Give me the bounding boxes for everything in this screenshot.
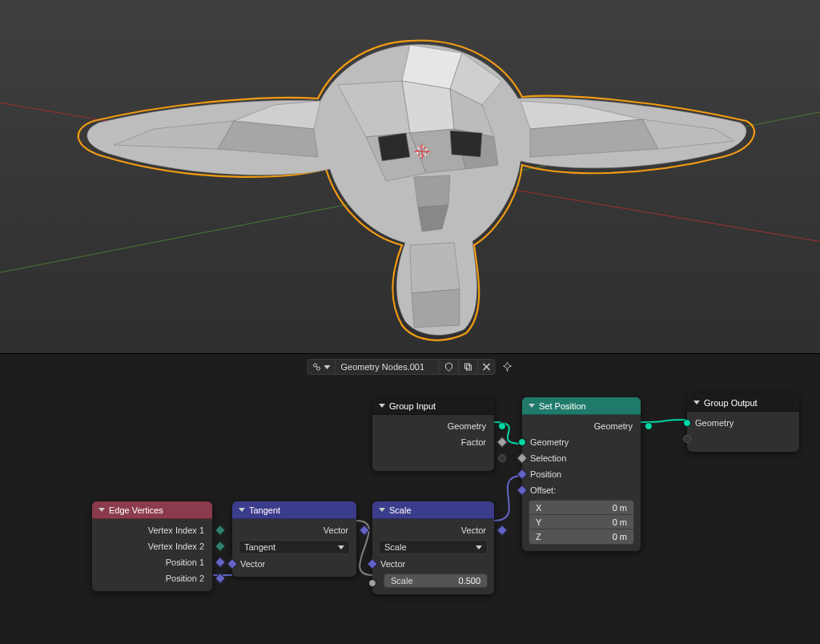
node-header[interactable]: Scale	[372, 501, 494, 519]
socket-out-float[interactable]	[496, 437, 508, 448]
socket-out-int[interactable]	[215, 525, 226, 536]
node-title: Group Input	[389, 401, 436, 411]
output-vertex-index-2[interactable]: Vertex Index 2	[92, 538, 212, 554]
node-title: Tangent	[249, 505, 280, 515]
node-set-position[interactable]: Set Position Geometry Geometry Selection…	[522, 397, 641, 551]
socket-in-vector[interactable]	[517, 485, 528, 496]
unlink-button[interactable]	[478, 359, 496, 375]
socket-out-vector[interactable]	[496, 525, 508, 536]
offset-x-field[interactable]: X0 m	[529, 501, 633, 515]
socket-out-virtual[interactable]	[498, 454, 506, 462]
socket-in-selection[interactable]	[517, 453, 528, 464]
output-geometry[interactable]: Geometry	[522, 418, 641, 434]
output-vertex-index-1[interactable]: Vertex Index 1	[92, 522, 212, 538]
pin-button[interactable]	[502, 361, 513, 372]
node-tree-header: Geometry Nodes.001	[308, 359, 513, 375]
chevron-down-icon	[529, 404, 535, 408]
socket-in-vector[interactable]	[517, 469, 528, 480]
scale-value-field[interactable]: Scale 0.500	[384, 574, 488, 588]
output-geometry[interactable]: Geometry	[372, 418, 494, 434]
chevron-down-icon	[693, 400, 700, 405]
close-icon	[483, 363, 491, 371]
viewport-axes	[0, 0, 820, 354]
node-header[interactable]: Set Position	[522, 397, 641, 415]
node-tree-browse-button[interactable]	[308, 359, 336, 375]
node-header[interactable]: Tangent	[232, 501, 356, 519]
socket-out-vector[interactable]	[215, 573, 226, 584]
node-group-input[interactable]: Group Input Geometry Factor	[372, 397, 494, 471]
node-edge-vertices[interactable]: Edge Vertices Vertex Index 1 Vertex Inde…	[92, 501, 212, 591]
chevron-down-icon	[476, 545, 482, 549]
node-header[interactable]: Group Output	[687, 394, 799, 412]
socket-in-geometry[interactable]	[518, 438, 526, 446]
offset-vector-fields[interactable]: X0 m Y0 m Z0 m	[529, 500, 634, 545]
input-scale[interactable]: Scale 0.500	[372, 572, 494, 590]
socket-out-vector[interactable]	[215, 557, 226, 568]
node-tangent[interactable]: Tangent Vector Tangent Vector	[232, 501, 356, 577]
output-virtual[interactable]	[372, 450, 494, 466]
input-selection[interactable]: Selection	[522, 450, 641, 466]
offset-z-field[interactable]: Z0 m	[529, 529, 633, 544]
node-title: Edge Vertices	[109, 505, 163, 515]
node-group-output[interactable]: Group Output Geometry	[687, 394, 799, 452]
socket-in-vector[interactable]	[367, 558, 378, 570]
geometry-node-editor[interactable]: Geometry Nodes.001 Edge Vertices Vertex …	[0, 354, 820, 644]
chevron-down-icon	[98, 508, 105, 512]
output-vector[interactable]: Vector	[232, 522, 356, 538]
copy-icon	[464, 362, 473, 372]
shield-icon	[444, 362, 454, 372]
output-factor[interactable]: Factor	[372, 434, 494, 450]
node-header[interactable]: Edge Vertices	[92, 501, 212, 519]
node-scale[interactable]: Scale Vector Scale Vector Scale 0.500	[372, 501, 494, 594]
chevron-down-icon	[239, 508, 245, 512]
input-geometry[interactable]: Geometry	[687, 415, 799, 431]
tangent-mode-dropdown[interactable]: Tangent	[239, 540, 350, 554]
node-title: Group Output	[704, 398, 758, 408]
node-title: Scale	[389, 505, 412, 515]
socket-in-float[interactable]	[368, 579, 376, 587]
socket-in-geometry[interactable]	[683, 419, 691, 427]
3d-viewport[interactable]	[0, 0, 820, 354]
chevron-down-icon	[338, 545, 344, 549]
socket-out-vector[interactable]	[359, 525, 370, 536]
node-header[interactable]: Group Input	[372, 397, 494, 415]
svg-point-26	[314, 364, 317, 367]
input-vector[interactable]: Vector	[232, 556, 356, 572]
input-vector[interactable]: Vector	[372, 556, 494, 572]
input-geometry[interactable]: Geometry	[522, 434, 641, 450]
socket-out-int[interactable]	[215, 541, 226, 552]
socket-out-geometry[interactable]	[645, 422, 653, 430]
scale-mode-dropdown[interactable]: Scale	[379, 540, 488, 554]
duplicate-button[interactable]	[459, 359, 478, 375]
svg-rect-30	[467, 365, 472, 370]
chevron-down-icon	[379, 508, 385, 512]
node-tree-name-field[interactable]: Geometry Nodes.001	[336, 359, 440, 375]
socket-in-vector[interactable]	[227, 558, 238, 570]
input-virtual[interactable]	[687, 431, 799, 447]
chevron-down-icon	[379, 404, 385, 408]
svg-line-1	[0, 104, 820, 280]
chevron-down-icon	[324, 365, 331, 369]
socket-out-geometry[interactable]	[498, 422, 506, 430]
output-position-1[interactable]: Position 1	[92, 554, 212, 570]
svg-line-28	[316, 367, 317, 368]
svg-rect-29	[465, 364, 470, 368]
node-title: Set Position	[539, 401, 586, 411]
output-vector[interactable]: Vector	[372, 522, 494, 538]
input-position[interactable]: Position	[522, 466, 641, 482]
input-offset-label: Offset:	[522, 482, 641, 498]
output-position-2[interactable]: Position 2	[92, 570, 212, 586]
svg-point-27	[317, 367, 320, 370]
socket-in-virtual[interactable]	[683, 435, 691, 443]
pin-icon	[502, 361, 513, 372]
offset-y-field[interactable]: Y0 m	[529, 515, 633, 529]
shield-icon-button[interactable]	[440, 359, 459, 375]
svg-line-0	[0, 96, 820, 248]
